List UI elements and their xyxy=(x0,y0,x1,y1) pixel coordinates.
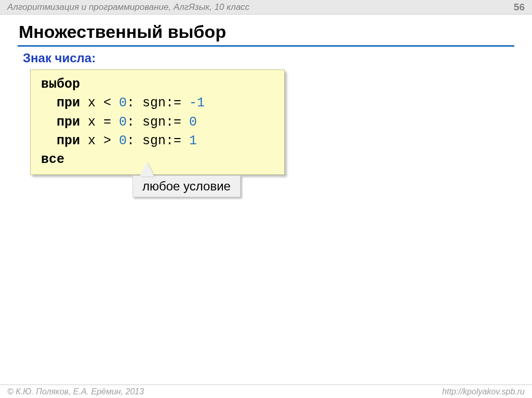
footer-url: http://kpolyakov.spb.ru xyxy=(442,387,525,396)
code-text: x > xyxy=(80,133,119,148)
code-number: 0 xyxy=(119,133,127,148)
subtitle: Знак числа: xyxy=(0,51,532,70)
code-number: 0 xyxy=(119,115,127,130)
header-bar: Алгоритмизация и программирование, АлгЯз… xyxy=(0,0,532,15)
kw-case: при xyxy=(41,95,80,111)
kw-case: при xyxy=(41,115,80,130)
code-number: 0 xyxy=(119,95,127,111)
title-underline xyxy=(18,45,514,47)
code-number: 0 xyxy=(189,115,197,130)
page-number: 56 xyxy=(514,2,525,13)
callout: любое условие xyxy=(132,175,241,197)
code-text: : sgn:= xyxy=(127,95,189,111)
kw-select: выбор xyxy=(41,77,80,92)
code-text: x < xyxy=(80,95,119,111)
slide-title: Множественный выбор xyxy=(0,15,532,45)
callout-tail-icon xyxy=(140,162,154,176)
footer-copyright: © К.Ю. Поляков, Е.А. Ерёмин, 2013 xyxy=(7,387,442,396)
code-number: 1 xyxy=(189,133,197,148)
kw-end: все xyxy=(41,152,64,167)
header-title: Алгоритмизация и программирование, АлгЯз… xyxy=(7,2,514,12)
code-number: -1 xyxy=(189,95,205,111)
code-text: : sgn:= xyxy=(127,133,189,148)
code-text: x = xyxy=(80,115,119,130)
callout-text: любое условие xyxy=(132,175,241,197)
kw-case: при xyxy=(41,133,80,148)
code-block: выбор при x < 0: sgn:= -1 при x = 0: sgn… xyxy=(30,70,285,175)
footer-bar: © К.Ю. Поляков, Е.А. Ерёмин, 2013 http:/… xyxy=(0,385,532,398)
code-text: : sgn:= xyxy=(127,115,189,130)
